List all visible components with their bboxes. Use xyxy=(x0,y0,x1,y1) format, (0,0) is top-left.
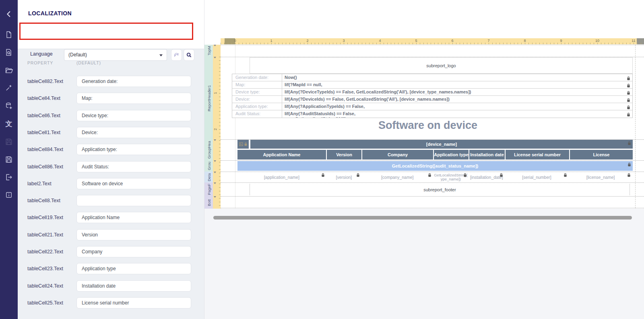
data-cell[interactable]: [license_name] xyxy=(569,172,632,182)
lock-icon xyxy=(356,173,360,177)
sidebar-localization-button[interactable]: 文 xyxy=(0,116,18,131)
param-expression: Iif(Any(?DeviceTypeIds) == False, GetLoc… xyxy=(282,89,632,95)
ruler-number: 9 xyxy=(560,39,562,43)
ruler-number: 0 xyxy=(234,39,236,43)
sidebar-preview-button[interactable] xyxy=(0,45,18,60)
property-value-input[interactable]: Generation date: xyxy=(76,76,191,87)
subreport-footer-cell[interactable]: subreport_footer xyxy=(250,184,630,195)
property-value-input[interactable]: Version xyxy=(76,229,191,240)
wizard-icon xyxy=(5,84,13,92)
group-header-band[interactable]: [device_name] xyxy=(237,140,633,149)
band-label-pagef[interactable]: PageF xyxy=(204,182,213,196)
sidebar-new-document-button[interactable] xyxy=(0,27,18,42)
group-band-icons-cell[interactable] xyxy=(237,140,249,149)
refresh-button[interactable] xyxy=(171,49,182,61)
band-label-grouphea[interactable]: GroupHea xyxy=(204,139,213,160)
param-row[interactable]: Map:Iif(?MapId == null,GetLocalizedStrin… xyxy=(232,81,632,89)
band-collapse-arrow-icon xyxy=(214,45,216,46)
language-select[interactable]: (Default) xyxy=(64,49,167,61)
sidebar-save-as-button[interactable] xyxy=(0,152,18,167)
property-value-input[interactable]: Application Name xyxy=(76,212,191,223)
report-page-canvas[interactable]: subreport_logo Generation date:Now()Map:… xyxy=(221,44,644,209)
table-header-cell[interactable]: License serial number xyxy=(506,150,569,160)
lock-icon xyxy=(627,173,631,177)
property-value-input[interactable]: License serial number xyxy=(76,297,191,309)
refresh-icon xyxy=(173,52,180,58)
band-label-text: TopM xyxy=(206,46,211,55)
ruler-number: 8 xyxy=(524,39,526,43)
data-cell[interactable]: [company_name] xyxy=(362,172,433,182)
property-value-input[interactable]: Installation date xyxy=(76,280,191,292)
param-expression-line2: GetLocalizedString('All') xyxy=(295,87,632,88)
param-row[interactable]: Device type:Iif(Any(?DeviceTypeIds) == F… xyxy=(232,89,632,96)
subreport-logo-text: subreport_logo xyxy=(426,63,456,68)
sidebar-exit-button[interactable] xyxy=(0,170,18,184)
property-value-input[interactable]: Device type: xyxy=(76,110,191,121)
data-cell[interactable]: [serial_number] xyxy=(505,172,569,182)
property-name: tableCell22.Text xyxy=(27,249,63,255)
property-value-input[interactable]: Audit Status: xyxy=(76,161,191,172)
band-label-deta[interactable]: Deta xyxy=(204,172,213,182)
table-header-cell[interactable]: Version xyxy=(327,150,361,160)
subreport-logo-cell[interactable]: subreport_logo xyxy=(250,57,633,74)
band-label-reportheader1[interactable]: ReportHeader1 xyxy=(204,57,213,139)
param-row[interactable]: Audit Status:Iif(Any(?AuditStatusIds) ==… xyxy=(232,110,632,118)
property-name: tableCell8.Text xyxy=(27,198,60,203)
param-row[interactable]: Application type:Iif(Any(?ApplicationTyp… xyxy=(232,103,632,110)
panel-title: LOCALIZATION xyxy=(28,10,72,17)
param-table[interactable]: Generation date:Now()Map:Iif(?MapId == n… xyxy=(232,74,633,118)
band-separator-line xyxy=(221,139,644,140)
language-selected-value: (Default) xyxy=(68,52,87,58)
table-header-cell[interactable]: Application type xyxy=(434,150,469,160)
lock-icon xyxy=(463,173,467,177)
sidebar-wizard-button[interactable] xyxy=(0,81,18,95)
sidebar-back-button[interactable] xyxy=(0,7,18,21)
property-value-input[interactable]: Device: xyxy=(76,127,191,138)
report-title[interactable]: Software on device xyxy=(225,119,631,132)
data-cell-text: GetLocalizedString(ype_name]) xyxy=(434,173,467,181)
param-expression-line1: Iif(Any(?ApplicationTypeIds) == False, xyxy=(285,104,632,109)
data-cell[interactable]: [installation_date] xyxy=(469,172,504,182)
band-label-text: ReportHeader1 xyxy=(206,85,211,111)
data-cell[interactable]: GetLocalizedString(ype_name]) xyxy=(433,172,468,182)
band-separator-line xyxy=(221,196,644,197)
horizontal-scrollbar[interactable] xyxy=(213,216,632,220)
audit-status-band[interactable]: GetLocalizedString([audit_status_name]) xyxy=(237,161,633,171)
table-header-cell[interactable]: Installation date xyxy=(469,150,505,160)
property-value-input[interactable]: Software on device xyxy=(76,178,191,189)
search-button[interactable] xyxy=(184,49,194,61)
param-expression: Iif(?MapId == null,GetLocalizedString('A… xyxy=(282,81,632,88)
sidebar-new-data-source-button[interactable] xyxy=(0,99,18,113)
lock-icon xyxy=(627,141,631,145)
app-root: 文 LOCALIZATION Language (Default) xyxy=(0,0,644,319)
param-row[interactable]: Generation date:Now() xyxy=(232,74,632,81)
property-name: tableCell19.Text xyxy=(27,215,63,220)
property-value-input[interactable] xyxy=(76,195,191,206)
sidebar-open-button[interactable] xyxy=(0,63,18,77)
lock-icon xyxy=(244,142,248,146)
table-header-cell[interactable]: Application Name xyxy=(237,150,326,160)
data-cell-text: [company_name] xyxy=(381,175,414,180)
band-label-bott[interactable]: Bott xyxy=(204,196,213,209)
param-expression-line1: Iif(Any(?AuditStatusIds) == False, xyxy=(285,111,632,116)
param-expression: Iif(Any(?DeviceIds) == False, GetLocaliz… xyxy=(282,96,632,103)
table-header-cell[interactable]: Company xyxy=(362,150,433,160)
table-header-cell[interactable]: License xyxy=(570,150,633,160)
data-cell[interactable]: [version] xyxy=(327,172,361,182)
band-label-topm[interactable]: TopM xyxy=(204,45,213,57)
band-label-grou[interactable]: Grou xyxy=(204,160,213,172)
property-value-input[interactable]: Map: xyxy=(76,93,191,104)
design-surface: 01234567891011 TopMReportHeader1GroupHea… xyxy=(204,0,644,319)
property-value-input[interactable]: Application type xyxy=(76,263,191,274)
data-cell[interactable]: [application_name] xyxy=(237,172,326,182)
param-label: Map: xyxy=(232,81,282,88)
param-expression-line2: GetLocalizedString('All') xyxy=(295,116,632,118)
property-value-input[interactable]: Application type: xyxy=(76,144,191,155)
band-label-text: Grou xyxy=(206,162,211,170)
language-row-highlight: Language (Default) xyxy=(19,23,193,40)
property-value-input[interactable]: Company xyxy=(76,246,191,257)
ruler-number: 6 xyxy=(451,39,453,43)
param-row[interactable]: Device:Iif(Any(?DeviceIds) == False, Get… xyxy=(232,96,632,103)
device-name-cell[interactable]: [device_name] xyxy=(250,140,633,149)
sidebar-about-button[interactable] xyxy=(0,188,18,202)
